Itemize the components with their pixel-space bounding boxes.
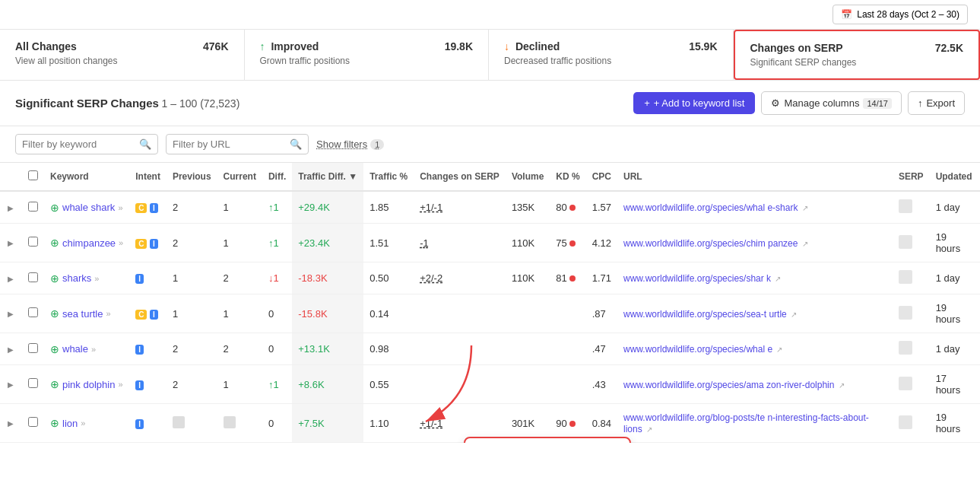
row-expand-button[interactable]: ▶ bbox=[6, 237, 15, 249]
row-expand-cell: ▶ bbox=[0, 191, 21, 224]
add-to-keyword-list-button[interactable]: + + Add to keyword list bbox=[633, 92, 755, 114]
keyword-link[interactable]: pink dolphin bbox=[62, 379, 115, 390]
keyword-link[interactable]: sharks bbox=[62, 272, 91, 284]
row-checkbox[interactable] bbox=[28, 307, 38, 317]
keyword-arrows: » bbox=[106, 309, 110, 318]
row-updated-cell: 1 day bbox=[930, 262, 980, 294]
row-checkbox[interactable] bbox=[28, 272, 38, 282]
summary-card-improved[interactable]: ↑ Improved 19.8K Grown traffic positions bbox=[245, 30, 490, 80]
row-checkbox[interactable] bbox=[28, 378, 38, 388]
serp-snapshot-icon[interactable] bbox=[899, 270, 912, 284]
serp-snapshot-icon[interactable] bbox=[899, 235, 912, 249]
date-range-button[interactable]: 📅 Last 28 days (Oct 2 – 30) bbox=[833, 5, 968, 24]
th-serp: SERP bbox=[893, 163, 930, 191]
add-keyword-button[interactable]: ⊕ bbox=[50, 417, 59, 429]
url-link[interactable]: www.worldwildlife.org/species/ama zon-ri… bbox=[623, 380, 834, 390]
row-updated-cell: 1 day bbox=[930, 333, 980, 365]
changes-value[interactable]: -1 bbox=[420, 237, 429, 249]
add-keyword-button[interactable]: ⊕ bbox=[50, 272, 59, 285]
row-serp-cell bbox=[893, 191, 930, 224]
row-expand-button[interactable]: ▶ bbox=[6, 344, 15, 355]
url-link[interactable]: www.worldwildlife.org/blog-posts/te n-in… bbox=[623, 412, 869, 434]
row-previous-cell: 1 bbox=[167, 262, 217, 294]
row-kd-cell: 80 bbox=[550, 191, 585, 224]
row-checkbox-cell bbox=[21, 365, 44, 404]
row-cpc-cell: 4.12 bbox=[586, 224, 617, 262]
up-arrow-icon: ↑ bbox=[260, 40, 265, 52]
section-header: Significant SERP Changes 1 – 100 (72,523… bbox=[0, 81, 980, 126]
keyword-link[interactable]: chimpanzee bbox=[62, 237, 116, 249]
select-all-checkbox[interactable] bbox=[28, 170, 38, 180]
summary-card-serp[interactable]: Changes on SERP 72.5K Significant SERP c… bbox=[734, 30, 981, 80]
external-link-icon: ↗ bbox=[646, 425, 652, 434]
row-checkbox[interactable] bbox=[28, 417, 38, 427]
serp-snapshot-icon[interactable] bbox=[899, 377, 912, 390]
gear-icon: ⚙ bbox=[771, 97, 780, 109]
keyword-filter-input[interactable] bbox=[22, 138, 136, 150]
row-expand-button[interactable]: ▶ bbox=[6, 202, 15, 214]
row-keyword-cell: ⊕ chimpanzee » bbox=[44, 224, 129, 262]
export-button[interactable]: ↑ Export bbox=[908, 91, 965, 115]
add-keyword-button[interactable]: ⊕ bbox=[50, 343, 59, 355]
card-count-improved: 19.8K bbox=[445, 40, 473, 52]
add-keyword-button[interactable]: ⊕ bbox=[50, 378, 59, 390]
url-filter-input[interactable] bbox=[173, 138, 287, 150]
url-link[interactable]: www.worldwildlife.org/species/sea-t urtl… bbox=[623, 309, 787, 320]
th-traffic-pct: Traffic % bbox=[363, 163, 414, 191]
add-keyword-button[interactable]: ⊕ bbox=[50, 307, 59, 320]
row-checkbox[interactable] bbox=[28, 343, 38, 353]
changes-value[interactable]: +1/-1 bbox=[420, 202, 442, 213]
serp-snapshot-icon[interactable] bbox=[899, 306, 912, 320]
serp-snapshot-icon[interactable] bbox=[899, 341, 912, 355]
row-intent-cell: C I bbox=[129, 224, 167, 262]
row-cpc-cell: .87 bbox=[586, 294, 617, 333]
row-expand-cell: ▶ bbox=[0, 333, 21, 365]
add-keyword-button[interactable]: ⊕ bbox=[50, 202, 59, 214]
kd-dot bbox=[569, 205, 576, 211]
row-updated-cell: 19 hours bbox=[930, 404, 980, 443]
row-intent-cell: I bbox=[129, 333, 167, 365]
serp-snapshot-icon[interactable] bbox=[899, 199, 912, 213]
summary-card-declined[interactable]: ↓ Declined 15.9K Decreased traffic posit… bbox=[489, 30, 734, 80]
data-table: Keyword Intent Previous Current Diff. Tr… bbox=[0, 163, 980, 443]
manage-columns-button[interactable]: ⚙ Manage columns 14/17 bbox=[761, 91, 902, 115]
row-previous-cell: 2 bbox=[167, 333, 217, 365]
row-checkbox[interactable] bbox=[28, 202, 38, 212]
row-volume-cell: 135K bbox=[506, 191, 550, 224]
row-expand-button[interactable]: ▶ bbox=[6, 379, 15, 390]
calendar-icon: 📅 bbox=[841, 9, 852, 20]
serp-snapshot-icon[interactable] bbox=[899, 415, 912, 429]
intent-badge-c: C bbox=[135, 310, 147, 320]
row-checkbox-cell bbox=[21, 191, 44, 224]
summary-card-all-changes[interactable]: All Changes 476K View all position chang… bbox=[0, 30, 245, 80]
show-filters-button[interactable]: Show filters 1 bbox=[316, 138, 384, 150]
row-current-cell: 2 bbox=[217, 333, 262, 365]
url-link[interactable]: www.worldwildlife.org/species/shar k bbox=[623, 273, 771, 284]
changes-value[interactable]: +1/-1 bbox=[420, 418, 442, 429]
row-traffic-diff-cell: -15.8K bbox=[292, 294, 363, 333]
th-current: Current bbox=[217, 163, 262, 191]
th-traffic-diff[interactable]: Traffic Diff. ▼ bbox=[292, 163, 363, 191]
row-traffic-pct-cell: 0.14 bbox=[363, 294, 414, 333]
keyword-link[interactable]: whale shark bbox=[62, 202, 115, 213]
row-url-cell: www.worldwildlife.org/species/whal e-sha… bbox=[617, 191, 893, 224]
url-link[interactable]: www.worldwildlife.org/species/whal e-sha… bbox=[623, 202, 798, 213]
card-subtitle-improved: Grown traffic positions bbox=[260, 56, 474, 66]
keyword-link[interactable]: sea turtle bbox=[62, 308, 103, 320]
row-expand-button[interactable]: ▶ bbox=[6, 273, 15, 285]
url-link[interactable]: www.worldwildlife.org/species/whal e bbox=[623, 344, 772, 355]
keyword-search-icon: 🔍 bbox=[139, 138, 151, 150]
th-diff: Diff. bbox=[262, 163, 292, 191]
th-checkbox[interactable] bbox=[21, 163, 44, 191]
row-expand-button[interactable]: ▶ bbox=[6, 418, 15, 429]
row-expand-button[interactable]: ▶ bbox=[6, 308, 15, 320]
section-title: Significant SERP Changes bbox=[15, 97, 159, 110]
th-updated: Updated bbox=[930, 163, 980, 191]
url-link[interactable]: www.worldwildlife.org/species/chim panze… bbox=[623, 238, 798, 249]
card-count-all: 476K bbox=[203, 40, 228, 52]
row-checkbox[interactable] bbox=[28, 237, 38, 247]
changes-value[interactable]: +2/-2 bbox=[420, 272, 442, 284]
keyword-link[interactable]: whale bbox=[62, 343, 88, 355]
add-keyword-button[interactable]: ⊕ bbox=[50, 237, 59, 249]
keyword-link[interactable]: lion bbox=[62, 418, 78, 429]
